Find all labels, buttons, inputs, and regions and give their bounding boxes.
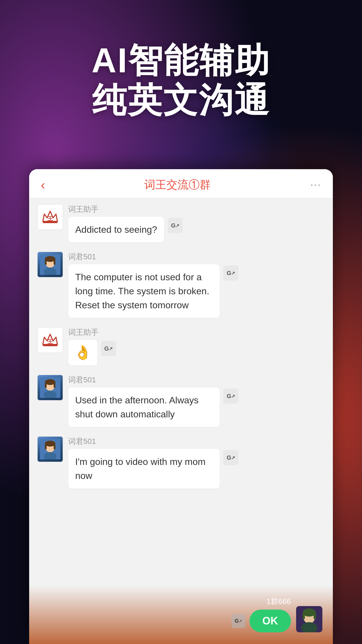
message-row: 王 词王助手 Addicted to seeing? G↗: [37, 204, 325, 242]
bottom-avatar-icon: [296, 606, 322, 632]
emoji-bubble: 👌: [68, 340, 97, 365]
translate-icon[interactable]: G↗: [223, 388, 238, 404]
sender-name: 词王助手: [68, 204, 325, 214]
message-row: 王 词王助手 👌 G↗: [37, 327, 325, 365]
message-bubble: I'm going to video with my mom now: [68, 449, 220, 489]
assistant-avatar-icon: 王: [40, 330, 60, 350]
chat-body: 王 词王助手 Addicted to seeing? G↗: [29, 198, 333, 638]
more-button[interactable]: ···: [310, 178, 321, 191]
svg-text:王: 王: [48, 216, 53, 222]
message-row: 词君501 The computer is not used for a lon…: [37, 252, 325, 318]
bubble-row: Addicted to seeing? G↗: [68, 217, 325, 242]
chat-window: ‹ 词王交流①群 ··· 王 词王助手 Addicted to: [29, 169, 333, 644]
avatar: 王: [37, 204, 63, 230]
svg-rect-8: [45, 259, 47, 265]
message-row: 词君501 I'm going to video with my mom now…: [37, 436, 325, 489]
translate-icon[interactable]: G↗: [101, 341, 116, 356]
user-avatar-svg: [40, 439, 60, 459]
message-content: 词君501 I'm going to video with my mom now…: [68, 436, 325, 489]
hero-section: AI智能辅助 纯英文沟通: [0, 41, 362, 120]
bottom-right-group: 1群666 G↗ OK: [231, 596, 291, 632]
svg-rect-30: [303, 612, 305, 619]
svg-rect-18: [45, 382, 47, 388]
bottom-avatar: [296, 606, 322, 632]
translate-button[interactable]: G↗: [231, 614, 245, 628]
svg-rect-25: [54, 444, 55, 449]
avatar: [37, 252, 63, 277]
message-bubble: Addicted to seeing?: [68, 217, 164, 242]
hero-line1: AI智能辅助: [92, 41, 270, 80]
svg-rect-24: [45, 444, 47, 449]
message-bubble: Used in the afternoon. Always shut down …: [68, 387, 220, 427]
back-button[interactable]: ‹: [41, 178, 45, 191]
user-avatar-icon: [38, 375, 63, 400]
bottom-bar: 1群666 G↗ OK: [29, 586, 333, 644]
message-content: 词王助手 👌 G↗: [68, 327, 325, 365]
svg-rect-31: [314, 612, 316, 619]
bottom-actions: G↗ OK: [231, 610, 291, 632]
message-bubble: The computer is not used for a long time…: [68, 264, 220, 318]
avatar: [37, 375, 63, 400]
user-avatar-svg: [40, 377, 60, 398]
user-avatar-icon: [38, 437, 63, 462]
assistant-avatar-icon: 王: [40, 207, 60, 227]
bubble-row: The computer is not used for a long time…: [68, 264, 325, 318]
sender-name: 词君501: [68, 436, 325, 447]
ok-button[interactable]: OK: [249, 610, 291, 632]
chat-title: 词王交流①群: [144, 177, 211, 192]
avatar: 王: [37, 327, 63, 353]
translate-icon[interactable]: G↗: [223, 450, 238, 465]
hero-title: AI智能辅助 纯英文沟通: [0, 41, 362, 120]
sender-name: 词君501: [68, 375, 325, 385]
user-avatar-svg: [40, 254, 60, 275]
hero-line2: 纯英文沟通: [92, 81, 270, 119]
translate-icon[interactable]: G↗: [168, 218, 183, 233]
group-badge: 1群666: [266, 596, 291, 607]
user-avatar-icon: [38, 252, 63, 277]
message-row: 词君501 Used in the afternoon. Always shut…: [37, 375, 325, 427]
sender-name: 词王助手: [68, 327, 325, 337]
sender-name: 词君501: [68, 252, 325, 262]
bubble-row: Used in the afternoon. Always shut down …: [68, 387, 325, 427]
bubble-row: I'm going to video with my mom now G↗: [68, 449, 325, 489]
chat-header: ‹ 词王交流①群 ···: [29, 169, 333, 198]
message-content: 词君501 Used in the afternoon. Always shut…: [68, 375, 325, 427]
svg-rect-9: [54, 259, 55, 265]
message-content: 词君501 The computer is not used for a lon…: [68, 252, 325, 318]
svg-text:王: 王: [48, 339, 53, 345]
translate-icon[interactable]: G↗: [223, 265, 238, 281]
bubble-row: 👌 G↗: [68, 340, 325, 365]
avatar: [37, 436, 63, 462]
message-content: 词王助手 Addicted to seeing? G↗: [68, 204, 325, 242]
svg-rect-19: [54, 382, 55, 388]
bottom-spacer: [37, 498, 325, 556]
